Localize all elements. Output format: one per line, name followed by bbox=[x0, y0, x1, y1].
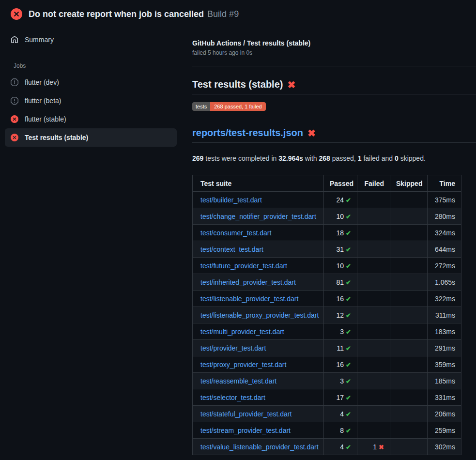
check-icon: ✔ bbox=[346, 295, 351, 303]
suite-cell: test/stream_provider_test.dart bbox=[193, 422, 324, 439]
test-suite-link[interactable]: test/provider_test.dart bbox=[200, 344, 266, 352]
check-icon: ✔ bbox=[346, 378, 351, 385]
col-passed: Passed bbox=[324, 175, 357, 192]
col-skipped: Skipped bbox=[390, 175, 428, 192]
check-icon: ✔ bbox=[346, 197, 351, 204]
duration: 32.964s bbox=[278, 154, 303, 162]
jobs-section-label: Jobs bbox=[14, 62, 182, 69]
count-value: 10 bbox=[337, 262, 344, 270]
test-suite-link[interactable]: test/proxy_provider_test.dart bbox=[200, 361, 286, 368]
job-label: flutter (dev) bbox=[25, 78, 59, 86]
skipped-cell bbox=[390, 241, 428, 258]
table-header-row: Test suite Passed Failed Skipped Time bbox=[193, 175, 461, 192]
table-row: test/future_provider_test.dart10✔272ms bbox=[193, 258, 461, 274]
summary-label: Summary bbox=[25, 36, 54, 44]
check-icon: ✔ bbox=[346, 213, 351, 220]
failed-cell: 1✖ bbox=[357, 439, 390, 455]
sidebar-item-job[interactable]: flutter (stable) bbox=[5, 110, 177, 128]
suite-cell: test/value_listenable_provider_test.dart bbox=[193, 439, 324, 455]
test-suite-link[interactable]: test/change_notifier_provider_test.dart bbox=[200, 213, 316, 220]
check-icon: ✔ bbox=[346, 411, 351, 418]
check-icon: ✔ bbox=[346, 230, 351, 237]
suite-cell: test/listenable_proxy_provider_test.dart bbox=[193, 307, 324, 323]
skipped-cell bbox=[390, 291, 428, 307]
report-file-link[interactable]: reports/test-results.json bbox=[192, 127, 303, 138]
suite-cell: test/builder_test.dart bbox=[193, 192, 324, 208]
count-value: 11 bbox=[337, 344, 344, 352]
table-row: test/inherited_provider_test.dart81✔1.06… bbox=[193, 274, 461, 291]
test-suite-link[interactable]: test/builder_test.dart bbox=[200, 196, 262, 204]
build-failed-icon bbox=[11, 8, 22, 20]
time-cell: 280ms bbox=[428, 208, 461, 225]
time-cell: 183ms bbox=[428, 323, 461, 340]
check-icon: ✔ bbox=[346, 427, 351, 434]
sidebar: Summary Jobs flutter (dev) flutter (beta… bbox=[0, 23, 182, 455]
table-row: test/listenable_provider_test.dart16✔322… bbox=[193, 291, 461, 307]
x-circle-fill-icon bbox=[11, 115, 18, 123]
check-icon: ✔ bbox=[346, 279, 351, 286]
test-suite-link[interactable]: test/stream_provider_test.dart bbox=[200, 427, 291, 434]
tests-badge: tests 268 passed, 1 failed bbox=[192, 102, 266, 111]
time-cell: 185ms bbox=[428, 373, 461, 389]
summary-text: tests were completed in bbox=[203, 154, 278, 162]
skipped-cell bbox=[390, 422, 428, 439]
passed-cell: 8✔ bbox=[324, 422, 357, 439]
skipped-count: 0 bbox=[395, 154, 399, 162]
table-row: test/proxy_provider_test.dart16✔359ms bbox=[193, 356, 461, 373]
suite-cell: test/multi_provider_test.dart bbox=[193, 323, 324, 340]
test-suite-link[interactable]: test/value_listenable_provider_test.dart bbox=[200, 443, 319, 451]
skipped-cell bbox=[390, 340, 428, 356]
sidebar-item-job[interactable]: flutter (dev) bbox=[5, 73, 177, 92]
test-table-body: test/builder_test.dart24✔375mstest/chang… bbox=[193, 192, 461, 455]
test-suite-link[interactable]: test/listenable_provider_test.dart bbox=[200, 295, 298, 303]
test-suite-link[interactable]: test/consumer_test.dart bbox=[200, 229, 271, 237]
stop-icon bbox=[11, 97, 18, 105]
suite-cell: test/context_test.dart bbox=[193, 241, 324, 258]
test-suite-link[interactable]: test/context_test.dart bbox=[200, 245, 263, 253]
home-icon bbox=[11, 36, 18, 44]
test-suite-link[interactable]: test/future_provider_test.dart bbox=[200, 262, 287, 270]
sidebar-item-job[interactable]: flutter (beta) bbox=[5, 92, 177, 110]
failed-cell bbox=[357, 208, 390, 225]
skipped-cell bbox=[390, 192, 428, 208]
table-row: test/provider_test.dart11✔291ms bbox=[193, 340, 461, 356]
passed-cell: 4✔ bbox=[324, 439, 357, 455]
check-icon: ✔ bbox=[346, 444, 351, 451]
count-value: 8 bbox=[340, 427, 344, 434]
check-icon: ✔ bbox=[346, 312, 351, 319]
test-suite-link[interactable]: test/listenable_proxy_provider_test.dart bbox=[200, 311, 319, 319]
skipped-cell bbox=[390, 208, 428, 225]
failed-cell bbox=[357, 323, 390, 340]
badge-label: tests bbox=[192, 102, 210, 111]
test-suite-link[interactable]: test/multi_provider_test.dart bbox=[200, 328, 284, 336]
test-suite-link[interactable]: test/inherited_provider_test.dart bbox=[200, 278, 296, 286]
time-cell: 311ms bbox=[428, 307, 461, 323]
sidebar-item-job[interactable]: Test results (stable) bbox=[5, 128, 177, 147]
skipped-cell bbox=[390, 307, 428, 323]
passed-cell: 10✔ bbox=[324, 208, 357, 225]
time-cell: 1.065s bbox=[428, 274, 461, 291]
passed-cell: 16✔ bbox=[324, 291, 357, 307]
test-suite-link[interactable]: test/stateful_provider_test.dart bbox=[200, 410, 292, 418]
count-value: 16 bbox=[337, 295, 344, 303]
test-suite-link[interactable]: test/reassemble_test.dart bbox=[200, 377, 276, 385]
count-value: 17 bbox=[337, 394, 344, 401]
sidebar-item-summary[interactable]: Summary bbox=[5, 31, 177, 48]
suite-cell: test/listenable_provider_test.dart bbox=[193, 291, 324, 307]
failed-x-icon: ✖ bbox=[287, 80, 295, 90]
passed-cell: 3✔ bbox=[324, 373, 357, 389]
passed-cell: 10✔ bbox=[324, 258, 357, 274]
job-status-line: failed 5 hours ago in 0s bbox=[192, 49, 476, 56]
passed-cell: 81✔ bbox=[324, 274, 357, 291]
count-value: 1 bbox=[373, 443, 377, 451]
test-suite-link[interactable]: test/selector_test.dart bbox=[200, 394, 265, 401]
time-cell: 644ms bbox=[428, 241, 461, 258]
skipped-cell bbox=[390, 439, 428, 455]
suite-cell: test/provider_test.dart bbox=[193, 340, 324, 356]
table-row: test/selector_test.dart17✔331ms bbox=[193, 389, 461, 406]
passed-count: 268 bbox=[319, 154, 330, 162]
failed-cell bbox=[357, 291, 390, 307]
count-value: 81 bbox=[337, 278, 344, 286]
summary-text: skipped. bbox=[399, 154, 426, 162]
breadcrumb: GitHub Actions / Test results (stable) bbox=[192, 39, 476, 47]
